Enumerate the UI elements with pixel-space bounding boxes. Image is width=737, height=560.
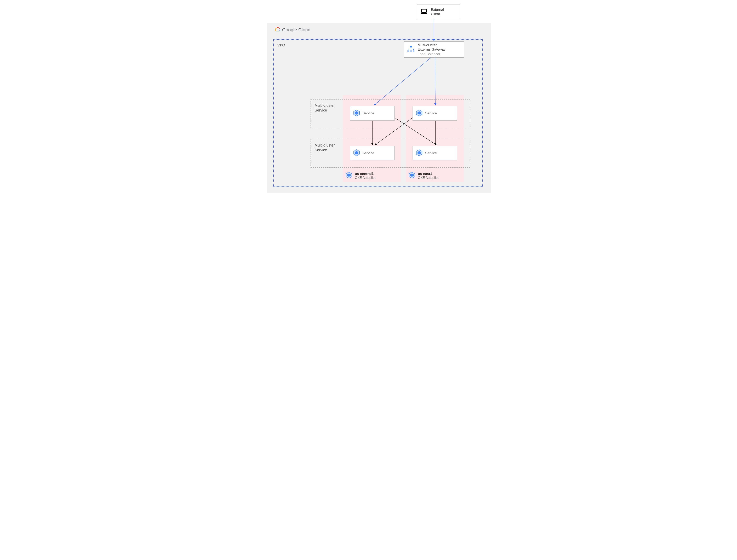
mcs-label-2: Multi-cluster Service	[315, 143, 335, 153]
external-client-label-line2: Client	[431, 12, 444, 16]
region-a-sub: GKE Autopilot	[355, 176, 376, 180]
service-label: Service	[363, 111, 374, 115]
gke-icon	[416, 109, 423, 117]
external-client-label-line1: External	[431, 7, 444, 12]
gateway-label-line2: External Gateway	[418, 47, 446, 52]
google-cloud-logo: Google Cloud	[274, 27, 311, 33]
gateway-label-line1: Multi-cluster,	[418, 43, 446, 47]
svg-rect-3	[410, 46, 412, 47]
gke-icon	[416, 149, 423, 157]
mcs-label-1: Multi-cluster Service	[315, 103, 335, 113]
gateway-label-sub: Load Balancer	[418, 52, 446, 56]
gke-icon	[408, 172, 415, 180]
gke-icon	[353, 109, 360, 117]
region-b-label: us-east1 GKE Autopilot	[408, 172, 439, 180]
service-box-2b: Service	[413, 146, 457, 160]
service-label: Service	[425, 151, 437, 155]
svg-rect-2	[421, 13, 427, 14]
service-box-1a: Service	[350, 106, 395, 121]
service-box-1b: Service	[413, 106, 457, 121]
region-b-name: us-east1	[418, 172, 439, 176]
svg-rect-11	[413, 50, 414, 52]
gateway-box: Multi-cluster, External Gateway Load Bal…	[404, 41, 464, 58]
service-box-2a: Service	[350, 146, 395, 160]
svg-rect-10	[410, 50, 412, 52]
region-a-label: us-central1 GKE Autopilot	[345, 172, 376, 180]
vpc-label: VPC	[277, 43, 285, 47]
svg-rect-9	[407, 50, 409, 52]
laptop-icon	[420, 8, 428, 15]
external-client-box: External Client	[417, 5, 460, 19]
diagram-canvas: Google Cloud VPC External Client	[238, 0, 499, 198]
svg-rect-1	[422, 10, 426, 12]
google-cloud-icon	[274, 27, 280, 33]
gke-icon	[345, 172, 352, 180]
region-a-name: us-central1	[355, 172, 376, 176]
google-cloud-label: Google Cloud	[282, 27, 311, 33]
service-label: Service	[425, 111, 437, 115]
region-b-sub: GKE Autopilot	[418, 176, 439, 180]
load-balancer-icon	[407, 45, 415, 54]
service-label: Service	[363, 151, 374, 155]
gke-icon	[353, 149, 360, 157]
